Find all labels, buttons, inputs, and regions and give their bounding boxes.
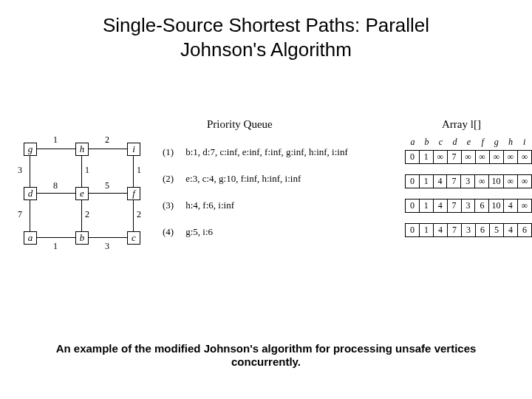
node-a: a	[24, 231, 37, 245]
weight-fc: 2	[137, 209, 141, 220]
array-cell: 1	[420, 224, 434, 237]
array-cell: ∞	[517, 200, 531, 213]
heading-array: Array l[]	[442, 118, 481, 131]
weight-bc: 3	[105, 241, 109, 252]
pq-step-num: (3)	[163, 200, 183, 211]
title-line-2: Johnson's Algorithm	[180, 38, 352, 61]
pq-step-num: (4)	[163, 226, 183, 238]
edge-ab	[36, 237, 75, 238]
array-header-cell: c	[434, 136, 447, 149]
edge-eb	[81, 200, 82, 231]
array-cell: 10	[489, 175, 503, 188]
array-step-3: 0 1 4 7 3 6 10 4 ∞	[405, 199, 532, 213]
weight-hi: 2	[105, 134, 109, 146]
edge-bc	[88, 237, 127, 238]
array-header-cell: g	[490, 136, 502, 149]
node-b: b	[75, 231, 89, 245]
edge-ef	[88, 193, 127, 194]
array-cell: 4	[433, 175, 447, 188]
pq-step-num: (1)	[163, 146, 183, 158]
array-cell: 1	[419, 151, 433, 164]
array-cell: ∞	[461, 151, 475, 164]
edge-if	[133, 155, 134, 187]
array-cell: 5	[490, 224, 504, 237]
array-cell: 4	[433, 200, 447, 213]
edge-he	[81, 155, 82, 187]
array-step-1: 0 1 ∞ 7 ∞ ∞ ∞ ∞ ∞	[405, 150, 532, 164]
array-header-cell: h	[504, 136, 516, 149]
node-c: c	[127, 231, 140, 245]
node-i: i	[127, 143, 140, 156]
array-cell: 7	[447, 151, 461, 164]
edge-de	[36, 193, 75, 194]
array-cell: 7	[447, 175, 461, 188]
array-cell: 3	[461, 200, 475, 213]
array-cell: 10	[489, 200, 504, 213]
node-d: d	[24, 187, 37, 200]
array-cell: 0	[406, 200, 420, 213]
pq-step-text: e:3, c:4, g:10, f:inf, h:inf, i:inf	[185, 173, 301, 184]
weight-de: 8	[53, 180, 58, 191]
array-cell: 7	[448, 224, 462, 237]
page-title: Single-Source Shortest Paths: Parallel J…	[0, 13, 532, 61]
array-header-cell: e	[463, 136, 475, 149]
array-cell: ∞	[475, 151, 489, 164]
weight-da: 7	[18, 209, 22, 220]
pq-step-3: (3) h:4, f:6, i:inf	[163, 200, 384, 211]
array-cell: ∞	[503, 151, 517, 164]
pq-step-text: h:4, f:6, i:inf	[185, 200, 234, 211]
array-cell: 6	[475, 200, 489, 213]
array-cell: 1	[419, 175, 433, 188]
pq-step-1: (1) b:1, d:7, c:inf, e:inf, f:inf, g:inf…	[163, 146, 384, 158]
array-header-cell: d	[449, 136, 461, 149]
array-cell: ∞	[489, 151, 503, 164]
pq-step-text: g:5, i:6	[185, 226, 213, 237]
edge-gh	[36, 149, 75, 149]
weight-he: 1	[85, 165, 89, 176]
caption-line-2: concurrently.	[231, 355, 301, 368]
array-cell: 0	[406, 224, 420, 237]
edge-fc	[133, 200, 134, 231]
array-cell: ∞	[517, 151, 531, 164]
weight-ef: 5	[105, 180, 109, 191]
array-cell: 3	[461, 175, 475, 188]
array-cell: 6	[518, 224, 532, 237]
pq-step-2: (2) e:3, c:4, g:10, f:inf, h:inf, i:inf	[163, 173, 384, 185]
array-header-cell: f	[477, 136, 489, 149]
title-line-1: Single-Source Shortest Paths: Parallel	[103, 14, 429, 36]
edge-da	[30, 200, 30, 231]
array-cell: 4	[434, 224, 448, 237]
node-f: f	[127, 187, 140, 200]
caption: An example of the modified Johnson's alg…	[0, 342, 532, 370]
pq-step-text: b:1, d:7, c:inf, e:inf, f:inf, g:inf, h:…	[185, 146, 348, 157]
weight-eb: 2	[85, 209, 89, 220]
caption-line-1: An example of the modified Johnson's alg…	[56, 342, 477, 355]
weight-gd: 3	[18, 165, 22, 176]
array-step-4: 0 1 4 7 3 6 5 4 6	[405, 223, 532, 237]
node-e: e	[75, 187, 89, 200]
array-step-2: 0 1 4 7 3 ∞ 10 ∞ ∞	[405, 174, 532, 188]
node-h: h	[75, 143, 89, 156]
pq-step-4: (4) g:5, i:6	[163, 226, 384, 238]
array-tables: a b c d e f g h i 0 1 ∞ 7 ∞ ∞ ∞ ∞	[405, 134, 532, 248]
array-cell: ∞	[433, 151, 447, 164]
array-cell: ∞	[475, 175, 489, 188]
weight-gh: 1	[53, 134, 58, 146]
pq-step-num: (2)	[163, 173, 183, 185]
array-cell: 7	[447, 200, 461, 213]
heading-priority-queue: Priority Queue	[207, 118, 273, 131]
array-cell: ∞	[517, 175, 531, 188]
array-header-cell: b	[420, 136, 433, 149]
array-header-cell: i	[518, 136, 531, 149]
edge-gd	[30, 155, 30, 187]
array-cell: 3	[462, 224, 476, 237]
array-cell: 6	[476, 224, 490, 237]
node-g: g	[24, 143, 37, 156]
array-header-cell: a	[406, 136, 419, 149]
array-cell: ∞	[503, 175, 517, 188]
edge-hi	[88, 149, 127, 149]
array-cell: 0	[406, 151, 420, 164]
array-header: a b c d e f g h i	[405, 134, 532, 150]
array-cell: 4	[503, 200, 517, 213]
priority-queue-list: (1) b:1, d:7, c:inf, e:inf, f:inf, g:inf…	[163, 146, 384, 253]
